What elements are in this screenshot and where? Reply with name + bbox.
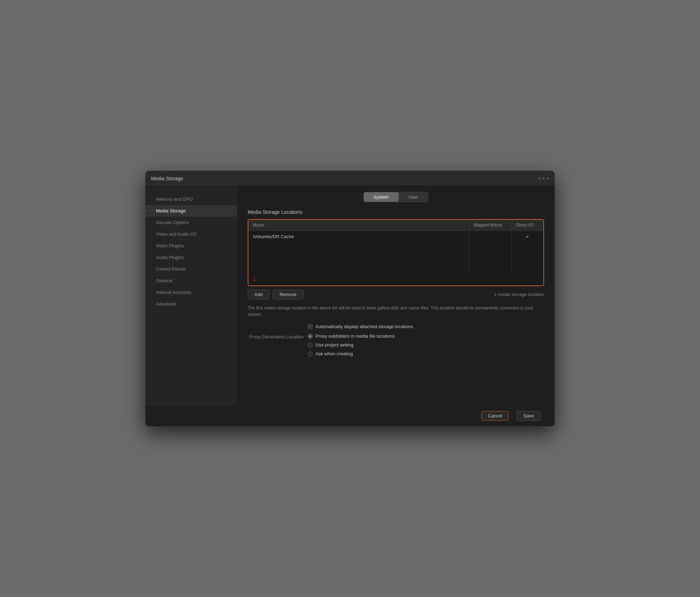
empty-cell-2 bbox=[469, 242, 512, 252]
storage-table-wrapper: Mount Mapped Mount Direct I/O /Volumes/D… bbox=[248, 219, 544, 286]
sidebar-item-video-plugins[interactable]: Video Plugins bbox=[145, 240, 237, 252]
sidebar-label-audio-plugins: Audio Plugins bbox=[156, 255, 184, 260]
sidebar-label-decode-options: Decode Options bbox=[156, 220, 189, 225]
auto-display-label: Automatically display attached storage l… bbox=[315, 324, 413, 329]
empty-cell-4 bbox=[248, 252, 469, 262]
proxy-options: Proxy subfolders in media file locations… bbox=[308, 333, 395, 356]
sidebar-label-internet-accounts: Internet Accounts bbox=[156, 290, 191, 295]
radio-label-ask-when-creating: Ask when creating bbox=[315, 351, 353, 356]
dot-1 bbox=[538, 177, 541, 180]
empty-cell-1 bbox=[248, 242, 469, 252]
radio-row-proxy-subfolders[interactable]: Proxy subfolders in media file locations bbox=[308, 333, 395, 339]
section-title: Media Storage Locations bbox=[248, 209, 544, 215]
add-button[interactable]: Add bbox=[248, 290, 269, 299]
sidebar-item-general[interactable]: General bbox=[145, 275, 237, 287]
radio-proxy-subfolders[interactable] bbox=[308, 334, 313, 339]
sidebar: Memory and GPU → Media Storage Decode Op… bbox=[145, 186, 237, 405]
table-row[interactable]: /Volumes/DR Cache ✓ bbox=[248, 231, 543, 242]
radio-ask-when-creating[interactable] bbox=[308, 351, 313, 356]
cell-direct-io: ✓ bbox=[512, 231, 543, 242]
radio-use-project[interactable] bbox=[308, 343, 313, 348]
save-button[interactable]: Save bbox=[517, 411, 541, 421]
dot-3 bbox=[547, 177, 549, 180]
sidebar-label-video-plugins: Video Plugins bbox=[156, 243, 184, 248]
arrow-cell: ↓ bbox=[248, 272, 543, 285]
proxy-generation-label: Proxy Generation Location bbox=[248, 333, 308, 356]
tabs-row: System User bbox=[248, 186, 544, 209]
empty-cell-6 bbox=[512, 252, 543, 262]
radio-label-proxy-subfolders: Proxy subfolders in media file locations bbox=[315, 333, 395, 339]
buttons-row: Add Remove 1 media storage location bbox=[248, 290, 544, 299]
empty-cell-5 bbox=[469, 252, 512, 262]
storage-count: 1 media storage location bbox=[494, 292, 544, 297]
empty-cell-7 bbox=[248, 262, 469, 272]
radio-label-use-project: Use project setting bbox=[315, 342, 354, 348]
col-mapped-mount: Mapped Mount bbox=[469, 220, 512, 231]
radio-row-ask-when-creating[interactable]: Ask when creating bbox=[308, 351, 395, 356]
sidebar-item-decode-options[interactable]: Decode Options bbox=[145, 217, 237, 228]
cell-mapped-mount bbox=[469, 231, 512, 242]
arrow-row: ↓ bbox=[248, 272, 543, 285]
col-mount: Mount bbox=[248, 220, 469, 231]
radio-row-use-project[interactable]: Use project setting bbox=[308, 342, 395, 348]
dot-2 bbox=[543, 177, 545, 180]
window-content: Memory and GPU → Media Storage Decode Op… bbox=[145, 186, 555, 405]
tab-system[interactable]: System bbox=[364, 192, 399, 202]
auto-display-row: ✓ Automatically display attached storage… bbox=[308, 324, 544, 329]
titlebar: Media Storage bbox=[145, 171, 555, 186]
empty-cell-3 bbox=[512, 242, 543, 252]
sidebar-item-advanced[interactable]: Advanced bbox=[145, 298, 237, 310]
sidebar-item-internet-accounts[interactable]: Internet Accounts bbox=[145, 287, 237, 298]
table-header-row: Mount Mapped Mount Direct I/O bbox=[248, 220, 543, 231]
sidebar-item-memory-gpu[interactable]: Memory and GPU bbox=[145, 193, 237, 205]
sidebar-item-video-audio-io[interactable]: Video and Audio I/O bbox=[145, 228, 237, 240]
sidebar-label-video-audio-io: Video and Audio I/O bbox=[156, 231, 197, 237]
empty-row-1 bbox=[248, 242, 543, 252]
sidebar-label-advanced: Advanced bbox=[156, 301, 176, 307]
direct-io-check: ✓ bbox=[525, 234, 530, 239]
down-arrow-icon: ↓ bbox=[253, 275, 256, 283]
empty-row-2 bbox=[248, 252, 543, 262]
sidebar-label-media-storage: Media Storage bbox=[156, 208, 186, 213]
empty-row-3 bbox=[248, 262, 543, 272]
col-direct-io: Direct I/O bbox=[512, 220, 543, 231]
auto-display-checkbox[interactable]: ✓ bbox=[308, 324, 313, 329]
tab-user[interactable]: User bbox=[399, 192, 428, 202]
tab-group: System User bbox=[363, 192, 429, 202]
empty-cell-9 bbox=[512, 262, 543, 272]
window-controls bbox=[538, 177, 549, 180]
sidebar-label-control-panels: Control Panels bbox=[156, 266, 186, 272]
sidebar-arrow-icon: → bbox=[145, 207, 148, 215]
cell-mount-path: /Volumes/DR Cache bbox=[248, 231, 469, 242]
proxy-section: Proxy Generation Location Proxy subfolde… bbox=[248, 333, 544, 356]
empty-cell-8 bbox=[469, 262, 512, 272]
sidebar-label-general: General bbox=[156, 278, 172, 283]
remove-button[interactable]: Remove bbox=[273, 290, 303, 299]
sidebar-item-control-panels[interactable]: Control Panels bbox=[145, 263, 237, 275]
storage-table: Mount Mapped Mount Direct I/O /Volumes/D… bbox=[248, 220, 543, 285]
media-storage-window: Media Storage Memory and GPU → Media Sto… bbox=[145, 171, 555, 426]
footer: Cancel Save bbox=[145, 405, 555, 426]
window-title: Media Storage bbox=[151, 176, 183, 181]
sidebar-label-memory-gpu: Memory and GPU bbox=[156, 197, 193, 202]
cancel-button[interactable]: Cancel bbox=[481, 411, 509, 421]
main-content: System User Media Storage Locations Moun… bbox=[237, 186, 555, 405]
sidebar-item-media-storage[interactable]: → Media Storage bbox=[145, 205, 237, 217]
info-text: The first media storage location in the … bbox=[248, 305, 544, 318]
sidebar-item-audio-plugins[interactable]: Audio Plugins bbox=[145, 252, 237, 263]
